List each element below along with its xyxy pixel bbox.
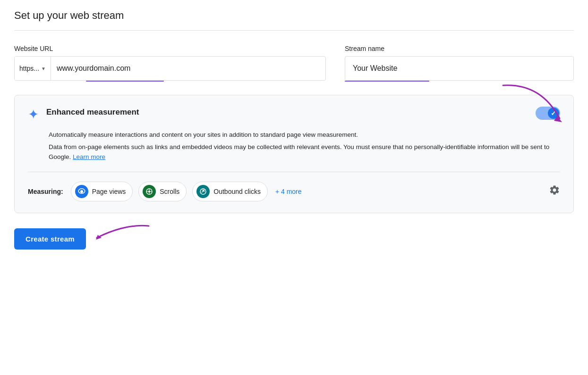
stream-name-underline	[345, 81, 429, 82]
url-input-container: https... ▼	[14, 56, 326, 81]
card-divider	[28, 172, 560, 172]
page-views-label: Page views	[92, 188, 126, 195]
outbound-clicks-icon	[196, 185, 210, 198]
arrow-annotation-bottom	[87, 219, 163, 257]
stream-name-label: Stream name	[345, 45, 574, 52]
svg-point-1	[80, 190, 83, 193]
measuring-label: Measuring:	[28, 188, 63, 195]
url-input-underline	[86, 81, 164, 82]
description-text-2: Data from on-page elements such as links…	[49, 143, 549, 161]
measuring-row: Measuring: Page views	[28, 182, 560, 201]
description-line-2: Data from on-page elements such as links…	[49, 142, 560, 162]
button-row: Create stream	[14, 228, 574, 250]
page-views-chip[interactable]: Page views	[71, 182, 133, 201]
enhanced-measurement-toggle[interactable]: ✓	[536, 107, 560, 120]
enhanced-measurement-card: ✓ ✦ Enhanced measurement Automatically m…	[14, 95, 574, 213]
form-row: Website URL https... ▼ Stream name	[14, 45, 574, 81]
page-views-icon	[75, 185, 88, 198]
card-description: Automatically measure interactions and c…	[49, 130, 560, 162]
website-url-group: Website URL https... ▼	[14, 45, 326, 81]
enhanced-measurement-card-wrapper: ✓ ✦ Enhanced measurement Automatically m…	[14, 95, 574, 213]
toggle-track: ✓	[536, 107, 560, 120]
outbound-clicks-chip[interactable]: Outbound clicks	[192, 182, 268, 201]
settings-icon[interactable]	[549, 184, 560, 199]
protocol-dropdown[interactable]: https... ▼	[15, 57, 51, 80]
stream-name-input[interactable]	[345, 56, 574, 81]
website-url-label: Website URL	[14, 45, 326, 52]
toggle-thumb: ✓	[548, 108, 559, 119]
create-stream-button-wrapper: Create stream	[14, 228, 86, 250]
stream-name-group: Stream name	[345, 45, 574, 81]
page-title: Set up your web stream	[14, 9, 574, 31]
enhanced-measurement-title: Enhanced measurement	[46, 107, 139, 118]
scrolls-label: Scrolls	[160, 188, 179, 195]
sparkle-icon: ✦	[28, 107, 39, 122]
website-url-input[interactable]	[51, 57, 325, 80]
learn-more-link[interactable]: Learn more	[73, 153, 105, 160]
toggle-container: ✓	[536, 107, 560, 120]
description-line-1: Automatically measure interactions and c…	[49, 130, 560, 140]
svg-marker-8	[96, 235, 102, 240]
scrolls-icon	[143, 185, 156, 198]
more-measurements-link[interactable]: + 4 more	[275, 188, 302, 195]
outbound-clicks-label: Outbound clicks	[213, 188, 261, 195]
card-header: ✦ Enhanced measurement	[28, 107, 560, 122]
scrolls-chip[interactable]: Scrolls	[138, 182, 187, 201]
protocol-text: https...	[19, 65, 39, 72]
checkmark-icon: ✓	[551, 109, 556, 117]
create-stream-button[interactable]: Create stream	[14, 228, 86, 250]
chevron-down-icon: ▼	[41, 66, 46, 71]
